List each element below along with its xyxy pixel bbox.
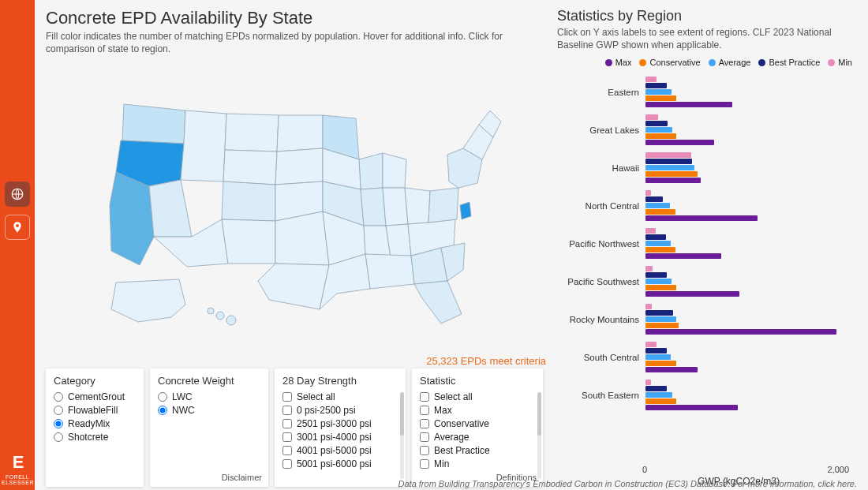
- bar-min[interactable]: [645, 114, 658, 120]
- svg-point-2: [216, 312, 224, 320]
- statistic-option[interactable]: Max: [420, 405, 535, 416]
- category-option[interactable]: ReadyMix: [54, 418, 136, 429]
- bar-average[interactable]: [645, 392, 672, 398]
- svg-point-3: [226, 316, 236, 325]
- bar-best-practice[interactable]: [645, 386, 667, 391]
- bar-max[interactable]: [645, 367, 698, 372]
- statistic-option[interactable]: Select all: [420, 391, 535, 402]
- bar-min[interactable]: [645, 152, 691, 158]
- attribution-text[interactable]: Data from Building Transparency's Embodi…: [398, 479, 857, 488]
- bar-min[interactable]: [645, 190, 651, 196]
- bar-best-practice[interactable]: [645, 310, 673, 316]
- bar-max[interactable]: [645, 253, 721, 259]
- chart-row: Great Lakes: [560, 111, 857, 149]
- y-axis-label[interactable]: Hawaii: [560, 163, 645, 173]
- bar-average[interactable]: [645, 165, 694, 170]
- strength-option[interactable]: 4001 psi-5000 psi: [282, 445, 398, 456]
- bar-best-practice[interactable]: [645, 196, 663, 202]
- legend-item[interactable]: Conservative: [639, 58, 700, 67]
- bar-conservative[interactable]: [645, 133, 676, 139]
- criteria-count: 25,323 EPDs meet criteria: [46, 355, 549, 367]
- filter-category: Category CementGroutFlowableFillReadyMix…: [46, 368, 144, 487]
- bar-max[interactable]: [645, 178, 701, 183]
- y-axis-label[interactable]: South Eastern: [560, 391, 645, 400]
- bar-average[interactable]: [645, 354, 671, 360]
- bar-min[interactable]: [645, 228, 656, 234]
- chart-title: Statistics by Region: [557, 8, 857, 24]
- statistic-option[interactable]: Min: [420, 458, 535, 469]
- bar-average[interactable]: [645, 203, 670, 208]
- bar-conservative[interactable]: [645, 285, 676, 290]
- weight-option[interactable]: LWC: [158, 391, 260, 402]
- bar-average[interactable]: [645, 89, 672, 95]
- page-subtitle: Fill color indicates the number of match…: [46, 30, 549, 55]
- statistic-option[interactable]: Conservative: [420, 418, 535, 429]
- legend-item[interactable]: Min: [828, 58, 852, 67]
- chart-legend: MaxConservativeAverageBest PracticeMin: [557, 58, 857, 67]
- region-bar-chart[interactable]: EasternGreat LakesHawaiiNorth CentralPac…: [557, 72, 857, 465]
- y-axis-label[interactable]: Pacific Northwest: [560, 239, 645, 249]
- bar-max[interactable]: [645, 405, 738, 410]
- scrollbar[interactable]: [400, 392, 404, 479]
- bar-max[interactable]: [645, 291, 739, 297]
- us-choropleth-map[interactable]: [46, 55, 549, 360]
- globe-button[interactable]: [5, 181, 30, 207]
- bar-average[interactable]: [645, 127, 672, 133]
- bar-best-practice[interactable]: [645, 83, 667, 88]
- legend-item[interactable]: Max: [605, 58, 632, 67]
- strength-option[interactable]: 5001 psi-6000 psi: [282, 458, 398, 469]
- bar-best-practice[interactable]: [645, 159, 692, 164]
- bar-average[interactable]: [645, 241, 671, 246]
- chart-row: Eastern: [560, 73, 857, 111]
- bar-min[interactable]: [645, 342, 657, 347]
- bar-average[interactable]: [645, 279, 672, 284]
- bar-conservative[interactable]: [645, 247, 675, 252]
- chart-row: South Eastern: [560, 376, 857, 414]
- category-option[interactable]: FlowableFill: [54, 405, 136, 416]
- category-option[interactable]: Shotcrete: [54, 432, 136, 443]
- bar-min[interactable]: [645, 77, 657, 82]
- bar-best-practice[interactable]: [645, 348, 667, 353]
- y-axis-label[interactable]: Eastern: [560, 88, 645, 97]
- statistic-option[interactable]: Best Practice: [420, 445, 535, 456]
- bar-best-practice[interactable]: [645, 272, 667, 278]
- bar-conservative[interactable]: [645, 95, 676, 101]
- y-axis-label[interactable]: Great Lakes: [560, 125, 645, 135]
- weight-option[interactable]: NWC: [158, 405, 260, 416]
- legend-item[interactable]: Average: [709, 58, 751, 67]
- strength-option[interactable]: 0 psi-2500 psi: [282, 405, 398, 416]
- filter-statistic: Statistic Select allMaxConservativeAvera…: [412, 368, 543, 487]
- filter-weight: Concrete Weight LWCNWC Disclaimer: [150, 368, 268, 487]
- chart-row: Hawaii: [560, 149, 857, 187]
- left-sidebar: E FORELL ELSESSER: [0, 0, 35, 490]
- bar-best-practice[interactable]: [645, 121, 668, 126]
- category-option[interactable]: CementGrout: [54, 391, 136, 402]
- strength-option[interactable]: Select all: [282, 391, 398, 402]
- bar-conservative[interactable]: [645, 209, 675, 215]
- bar-conservative[interactable]: [645, 361, 676, 366]
- legend-item[interactable]: Best Practice: [758, 58, 820, 67]
- bar-min[interactable]: [645, 266, 653, 271]
- y-axis-label[interactable]: Rocky Mountains: [560, 315, 645, 324]
- bar-max[interactable]: [645, 215, 758, 221]
- y-axis-label[interactable]: North Central: [560, 201, 645, 211]
- bar-max[interactable]: [645, 102, 732, 107]
- disclaimer-link[interactable]: Disclaimer: [222, 473, 262, 482]
- bar-min[interactable]: [645, 304, 652, 309]
- y-axis-label[interactable]: Pacific Southwest: [560, 277, 645, 286]
- strength-option[interactable]: 3001 psi-4000 psi: [282, 432, 398, 443]
- bar-conservative[interactable]: [645, 171, 698, 177]
- bar-min[interactable]: [645, 380, 651, 385]
- bar-conservative[interactable]: [645, 323, 679, 328]
- chart-row: Rocky Mountains: [560, 301, 857, 339]
- strength-option[interactable]: 2501 psi-3000 psi: [282, 418, 398, 429]
- y-axis-label[interactable]: South Central: [560, 353, 645, 362]
- bar-average[interactable]: [645, 316, 676, 322]
- scrollbar[interactable]: [537, 392, 541, 479]
- pin-button[interactable]: [5, 215, 30, 240]
- bar-max[interactable]: [645, 140, 714, 145]
- bar-max[interactable]: [645, 329, 836, 335]
- bar-best-practice[interactable]: [645, 234, 666, 240]
- statistic-option[interactable]: Average: [420, 432, 535, 443]
- bar-conservative[interactable]: [645, 398, 676, 404]
